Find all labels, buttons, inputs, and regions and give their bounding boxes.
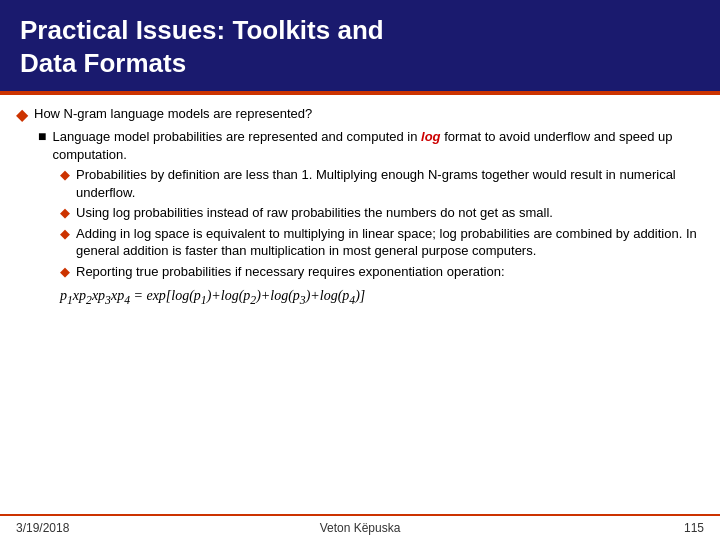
- level3-text-4: Reporting true probabilities if necessar…: [76, 263, 505, 281]
- level3-text-2: Using log probabilities instead of raw p…: [76, 204, 553, 222]
- level2-text: Language model probabilities are represe…: [52, 128, 704, 163]
- diamond-icon: ◆: [16, 105, 28, 124]
- square-icon: ■: [38, 128, 46, 144]
- footer-page: 115: [475, 521, 704, 535]
- level2-item: ■ Language model probabilities are repre…: [38, 128, 704, 163]
- level1-text: How N-gram language models are represent…: [34, 105, 312, 123]
- footer-presenter: Veton Këpuska: [245, 521, 474, 535]
- level3-item-3: ◆ Adding in log space is equivalent to m…: [60, 225, 704, 260]
- level3-item-1: ◆ Probabilities by definition are less t…: [60, 166, 704, 201]
- level3-item-2: ◆ Using log probabilities instead of raw…: [60, 204, 704, 222]
- level1-item: ◆ How N-gram language models are represe…: [16, 105, 704, 124]
- slide-title: Practical Issues: Toolkits and Data Form…: [20, 14, 700, 79]
- level3-diamond-icon-2: ◆: [60, 205, 70, 220]
- formula-text: p1xp2xp3xp4 = exp[log(p1)+log(p2)+log(p3…: [60, 288, 365, 303]
- level3-diamond-icon-4: ◆: [60, 264, 70, 279]
- formula: p1xp2xp3xp4 = exp[log(p1)+log(p2)+log(p3…: [60, 288, 704, 307]
- log-keyword: log: [421, 129, 441, 144]
- slide: Practical Issues: Toolkits and Data Form…: [0, 0, 720, 540]
- level3-diamond-icon-3: ◆: [60, 226, 70, 241]
- slide-content: ◆ How N-gram language models are represe…: [0, 95, 720, 514]
- level3-item-4: ◆ Reporting true probabilities if necess…: [60, 263, 704, 281]
- footer-date: 3/19/2018: [16, 521, 245, 535]
- slide-footer: 3/19/2018 Veton Këpuska 115: [0, 514, 720, 540]
- level3-text-3: Adding in log space is equivalent to mul…: [76, 225, 704, 260]
- level3-diamond-icon-1: ◆: [60, 167, 70, 182]
- level3-text-1: Probabilities by definition are less tha…: [76, 166, 704, 201]
- title-bar: Practical Issues: Toolkits and Data Form…: [0, 0, 720, 91]
